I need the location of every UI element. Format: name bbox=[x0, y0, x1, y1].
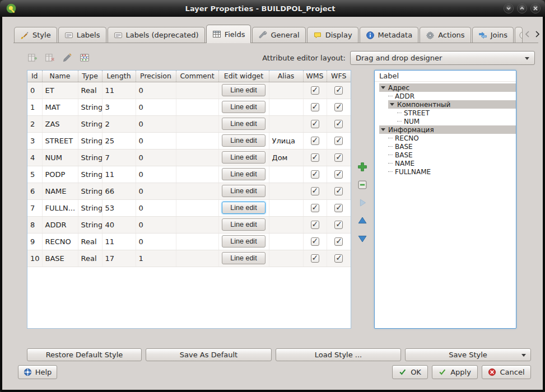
cell-name[interactable]: PODP bbox=[42, 166, 78, 183]
new-column-button[interactable] bbox=[25, 50, 40, 64]
titlebar[interactable]: Layer Properties - BUILDPOL_Project bbox=[0, 0, 545, 17]
cell-id[interactable]: 4 bbox=[27, 149, 42, 166]
cell-id[interactable]: 10 bbox=[27, 250, 42, 267]
cell-length[interactable]: 11 bbox=[102, 233, 136, 250]
field-row-7[interactable]: 7FULLN...String530Line edit bbox=[27, 199, 351, 216]
wms-checkbox[interactable] bbox=[311, 204, 319, 212]
cell-type[interactable]: Real bbox=[78, 82, 102, 99]
column-header-edit-widget[interactable]: Edit widget bbox=[218, 71, 269, 82]
cell-name[interactable]: MAT bbox=[42, 99, 78, 115]
cell-alias[interactable] bbox=[269, 216, 303, 233]
wms-checkbox[interactable] bbox=[311, 120, 319, 128]
remove-item-button[interactable] bbox=[355, 178, 370, 192]
wfs-checkbox[interactable] bbox=[334, 170, 343, 179]
cell-length[interactable]: 66 bbox=[102, 183, 136, 199]
cell-type[interactable]: String bbox=[78, 183, 102, 199]
wfs-checkbox[interactable] bbox=[334, 137, 343, 145]
cell-comment[interactable] bbox=[176, 149, 218, 166]
tab-actions[interactable]: Actions bbox=[420, 27, 471, 43]
cell-name[interactable]: NAME bbox=[42, 183, 78, 199]
tab-scroll-left-button[interactable] bbox=[523, 30, 531, 38]
wfs-checkbox[interactable] bbox=[334, 120, 343, 128]
field-row-1[interactable]: 1MATString30Line edit bbox=[27, 99, 351, 115]
cell-type[interactable]: String bbox=[78, 99, 102, 115]
column-header-wms[interactable]: WMS bbox=[303, 71, 327, 82]
cell-comment[interactable] bbox=[176, 233, 218, 250]
cell-alias[interactable] bbox=[269, 166, 303, 183]
wms-checkbox[interactable] bbox=[311, 254, 319, 263]
cell-alias[interactable] bbox=[269, 183, 303, 199]
cell-name[interactable]: STREET bbox=[42, 132, 78, 149]
cell-comment[interactable] bbox=[176, 166, 218, 183]
line-edit-widget-button[interactable]: Line edit bbox=[222, 118, 265, 130]
cell-length[interactable]: 3 bbox=[102, 99, 136, 115]
cell-length[interactable]: 17 bbox=[102, 250, 136, 267]
field-row-9[interactable]: 9RECNOReal110Line edit bbox=[27, 233, 351, 250]
wms-checkbox[interactable] bbox=[311, 137, 319, 145]
field-calculator-button[interactable] bbox=[77, 50, 92, 64]
tree-container-item[interactable]: Компонентный bbox=[388, 100, 516, 109]
cell-precision[interactable]: 0 bbox=[136, 233, 176, 250]
cell-comment[interactable] bbox=[176, 216, 218, 233]
save-style-button[interactable]: Save Style bbox=[405, 348, 531, 361]
cell-precision[interactable]: 0 bbox=[136, 183, 176, 199]
cell-precision[interactable]: 0 bbox=[136, 115, 176, 132]
cell-comment[interactable] bbox=[176, 132, 218, 149]
line-edit-widget-button[interactable]: Line edit bbox=[222, 168, 265, 180]
close-button[interactable] bbox=[530, 3, 541, 13]
cell-id[interactable]: 9 bbox=[27, 233, 42, 250]
wms-checkbox[interactable] bbox=[311, 86, 319, 95]
move-right-button[interactable] bbox=[355, 196, 370, 209]
cell-precision[interactable]: 0 bbox=[136, 166, 176, 183]
line-edit-widget-button[interactable]: Line edit bbox=[222, 202, 265, 214]
cell-length[interactable]: 40 bbox=[102, 216, 136, 233]
field-row-5[interactable]: 5PODPString110Line edit bbox=[27, 166, 351, 183]
cell-precision[interactable]: 0 bbox=[136, 216, 176, 233]
column-header-comment[interactable]: Comment bbox=[176, 71, 218, 82]
cell-id[interactable]: 7 bbox=[27, 199, 42, 216]
column-header-precision[interactable]: Precision bbox=[136, 71, 176, 82]
cell-name[interactable]: ET bbox=[42, 82, 78, 99]
cell-alias[interactable] bbox=[269, 233, 303, 250]
line-edit-widget-button[interactable]: Line edit bbox=[222, 101, 265, 113]
tree-field-item[interactable]: ADDR bbox=[388, 92, 516, 100]
cell-length[interactable]: 11 bbox=[102, 82, 136, 99]
help-button[interactable]: Help bbox=[18, 365, 57, 379]
tab-metadata[interactable]: Metadata bbox=[360, 27, 419, 43]
tree-container-item[interactable]: Адрес bbox=[379, 83, 516, 92]
cell-id[interactable]: 0 bbox=[27, 82, 42, 99]
cell-comment[interactable] bbox=[176, 183, 218, 199]
cell-length[interactable]: 11 bbox=[102, 166, 136, 183]
cell-name[interactable]: NUM bbox=[42, 149, 78, 166]
tree-field-item[interactable]: BASE bbox=[388, 142, 516, 151]
cell-type[interactable]: Real bbox=[78, 250, 102, 267]
line-edit-widget-button[interactable]: Line edit bbox=[222, 151, 265, 164]
cell-id[interactable]: 8 bbox=[27, 216, 42, 233]
cell-type[interactable]: String bbox=[78, 199, 102, 216]
line-edit-widget-button[interactable]: Line edit bbox=[222, 218, 265, 231]
expand-caret-icon[interactable] bbox=[390, 103, 394, 106]
cell-alias[interactable] bbox=[269, 82, 303, 99]
tab-labels[interactable]: Labels bbox=[58, 27, 106, 43]
cell-length[interactable]: 25 bbox=[102, 132, 136, 149]
cell-alias[interactable] bbox=[269, 115, 303, 132]
line-edit-widget-button[interactable]: Line edit bbox=[222, 235, 265, 248]
cell-precision[interactable]: 0 bbox=[136, 99, 176, 115]
expand-caret-icon[interactable] bbox=[381, 128, 385, 131]
line-edit-widget-button[interactable]: Line edit bbox=[222, 134, 265, 147]
column-header-alias[interactable]: Alias bbox=[269, 71, 303, 82]
wfs-checkbox[interactable] bbox=[334, 204, 343, 212]
line-edit-widget-button[interactable]: Line edit bbox=[222, 185, 265, 197]
cell-name[interactable]: FULLN... bbox=[42, 199, 78, 216]
cell-id[interactable]: 1 bbox=[27, 99, 42, 115]
tree-field-item[interactable]: RECNO bbox=[388, 134, 516, 142]
column-header-type[interactable]: Type bbox=[78, 71, 102, 82]
field-row-2[interactable]: 2ZASString20Line edit bbox=[27, 115, 351, 132]
field-row-3[interactable]: 3STREETString250Line editУлица bbox=[27, 132, 351, 149]
tab-general[interactable]: General bbox=[252, 27, 305, 43]
field-row-4[interactable]: 4NUMString70Line editДом bbox=[27, 149, 351, 166]
cell-type[interactable]: String bbox=[78, 216, 102, 233]
cell-comment[interactable] bbox=[176, 115, 218, 132]
wfs-checkbox[interactable] bbox=[334, 153, 343, 162]
save-as-default-button[interactable]: Save As Default bbox=[146, 348, 272, 361]
